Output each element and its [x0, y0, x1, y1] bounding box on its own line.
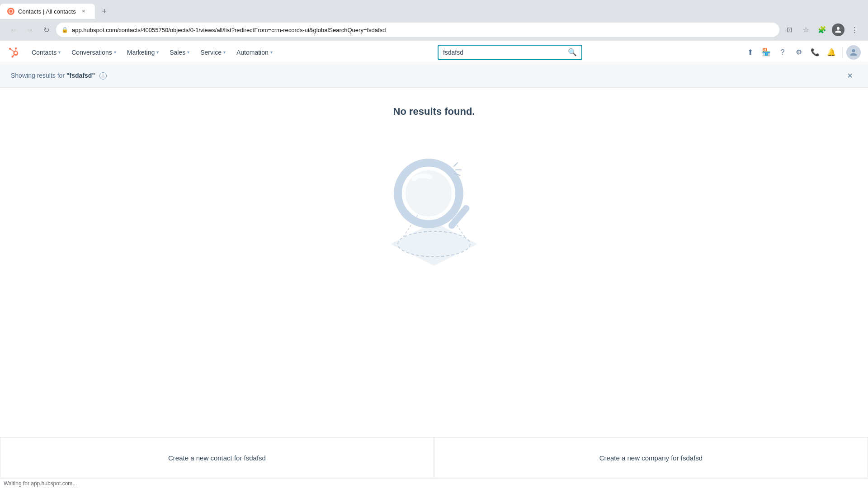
create-company-card[interactable]: Create a new company for fsdafsd [434, 437, 868, 478]
address-bar-area: ← → ↻ 🔒 app.hubspot.com/contacts/4005575… [0, 19, 868, 41]
nav-contacts-label: Contacts [32, 49, 57, 56]
create-company-label: Create a new company for fsdafsd [599, 454, 703, 462]
upgrade-icon[interactable]: ⬆ [743, 45, 757, 60]
nav-sales[interactable]: Sales ▾ [165, 46, 194, 59]
tab-title: Contacts | All contacts [18, 8, 76, 15]
main-content: No results found. [0, 88, 868, 478]
automation-chevron-icon: ▾ [270, 50, 273, 55]
back-button[interactable]: ← [7, 23, 20, 36]
search-icon[interactable]: 🔍 [568, 48, 577, 56]
nav-divider [842, 47, 843, 58]
status-bar: Waiting for app.hubspot.com... [0, 478, 868, 488]
lock-icon: 🔒 [61, 27, 68, 33]
user-avatar[interactable] [846, 45, 861, 60]
sales-chevron-icon: ▾ [187, 50, 189, 55]
phone-icon[interactable]: 📞 [808, 45, 822, 60]
close-results-button[interactable]: × [843, 69, 857, 83]
help-icon[interactable]: ? [775, 45, 790, 60]
tab-close-button[interactable]: × [80, 7, 88, 15]
menu-icon[interactable]: ⋮ [848, 23, 861, 36]
nav-automation[interactable]: Automation ▾ [232, 46, 277, 59]
nav-automation-label: Automation [236, 49, 269, 56]
nav-service[interactable]: Service ▾ [196, 46, 230, 59]
service-chevron-icon: ▾ [223, 50, 226, 55]
status-text: Waiting for app.hubspot.com... [4, 480, 77, 487]
forward-button[interactable]: → [24, 23, 36, 36]
hubspot-app: Contacts ▾ Conversations ▾ Marketing ▾ S… [0, 41, 868, 488]
nav-conversations[interactable]: Conversations ▾ [67, 46, 121, 59]
svg-marker-0 [391, 222, 477, 266]
top-nav: Contacts ▾ Conversations ▾ Marketing ▾ S… [0, 41, 868, 64]
contacts-chevron-icon: ▾ [58, 50, 61, 55]
search-input[interactable] [443, 49, 564, 56]
nav-marketing[interactable]: Marketing ▾ [123, 46, 163, 59]
active-tab[interactable]: Contacts | All contacts × [0, 4, 95, 19]
create-contact-label: Create a new contact for fsdafsd [168, 454, 266, 462]
nav-search: 🔍 [279, 45, 741, 60]
results-banner: Showing results for "fsdafsd" i × [0, 64, 868, 88]
new-tab-button[interactable]: + [97, 4, 112, 19]
tab-bar: Contacts | All contacts × + [0, 0, 868, 19]
no-results-title: No results found. [393, 106, 475, 117]
browser-actions: ⊡ ☆ 🧩 ⋮ [783, 23, 861, 36]
nav-conversations-label: Conversations [71, 49, 112, 56]
notifications-icon[interactable]: 🔔 [824, 45, 839, 60]
showing-prefix: Showing results for [11, 72, 66, 79]
search-box[interactable]: 🔍 [438, 45, 582, 60]
settings-icon[interactable]: ⚙ [792, 45, 806, 60]
profile-icon[interactable] [832, 23, 844, 36]
create-contact-card[interactable]: Create a new contact for fsdafsd [0, 437, 434, 478]
marketplace-icon[interactable]: 🏪 [759, 45, 774, 60]
reload-button[interactable]: ↻ [40, 23, 52, 36]
nav-service-label: Service [200, 49, 222, 56]
results-text: Showing results for "fsdafsd" i [11, 72, 107, 80]
svg-line-7 [454, 163, 458, 166]
nav-sales-label: Sales [170, 49, 185, 56]
address-bar[interactable]: 🔒 app.hubspot.com/contacts/40055750/obje… [56, 23, 779, 37]
nav-marketing-label: Marketing [127, 49, 155, 56]
conversations-chevron-icon: ▾ [114, 50, 116, 55]
no-results-illustration [362, 132, 506, 277]
nav-right-actions: ⬆ 🏪 ? ⚙ 📞 🔔 [743, 45, 861, 60]
hubspot-logo[interactable] [7, 45, 22, 60]
marketing-chevron-icon: ▾ [156, 50, 159, 55]
tab-favicon [7, 8, 14, 15]
bookmark-icon[interactable]: ☆ [799, 23, 812, 36]
info-icon[interactable]: i [99, 72, 107, 80]
search-query-display: "fsdafsd" [66, 72, 95, 79]
incognito-avatar [832, 23, 844, 36]
bottom-cards: Create a new contact for fsdafsd Create … [0, 437, 868, 478]
nav-contacts[interactable]: Contacts ▾ [27, 46, 65, 59]
cast-icon[interactable]: ⊡ [783, 23, 796, 36]
url-text: app.hubspot.com/contacts/40055750/object… [72, 27, 774, 33]
extensions-icon[interactable]: 🧩 [816, 23, 828, 36]
